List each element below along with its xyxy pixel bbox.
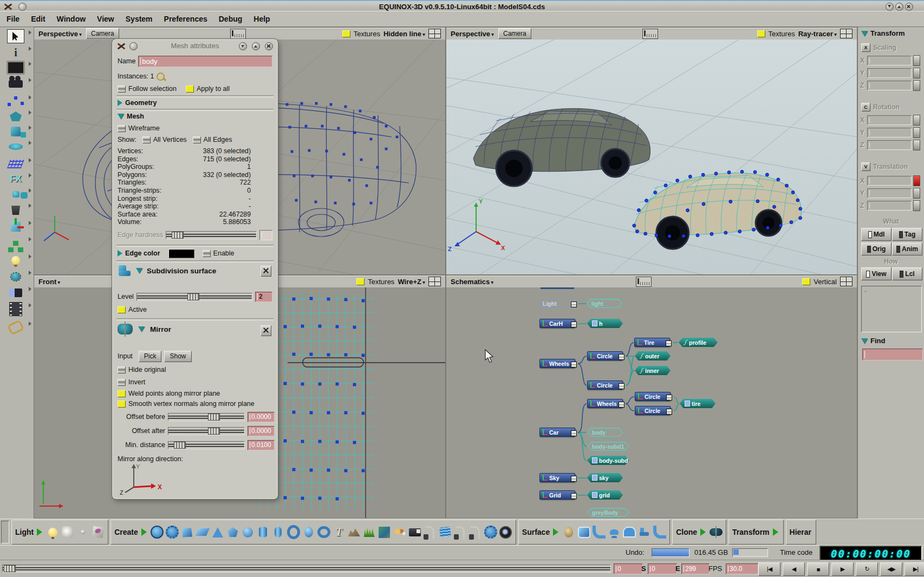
- node-body[interactable]: body: [587, 428, 623, 437]
- menu-edit[interactable]: Edit: [31, 15, 45, 23]
- monitor-tool-icon[interactable]: [4, 61, 28, 75]
- skip-start-button[interactable]: |◀: [758, 562, 780, 576]
- edge-hardness-slider[interactable]: [166, 231, 257, 239]
- expand-arrow-icon[interactable]: [37, 528, 42, 536]
- create-patch-icon[interactable]: [439, 526, 452, 539]
- invert-checkbox[interactable]: [118, 379, 126, 386]
- fps-input[interactable]: 30.0: [726, 563, 758, 574]
- node-outer[interactable]: ∫outer: [635, 351, 671, 360]
- scaling-key[interactable]: X: [861, 43, 870, 52]
- create-gearwheel-icon[interactable]: [484, 526, 497, 539]
- translate-y-input[interactable]: [867, 188, 912, 198]
- scale-z-stepper[interactable]: [913, 80, 920, 91]
- node-port[interactable]: [571, 476, 577, 482]
- rotation-key[interactable]: C: [861, 103, 870, 112]
- offset-before-slider[interactable]: [168, 413, 245, 421]
- toolbar-handle[interactable]: [1, 521, 9, 543]
- dialog-shade-icon[interactable]: [239, 42, 247, 50]
- node-tire-group[interactable]: Tire: [634, 338, 670, 347]
- create-gear-icon[interactable]: [166, 526, 179, 539]
- area-light-icon[interactable]: [92, 526, 105, 539]
- node-greybody[interactable]: greyBody: [587, 508, 629, 517]
- node-wheels-2[interactable]: Wheels: [587, 399, 623, 408]
- select-sphere-tool-icon[interactable]: [4, 270, 28, 284]
- point-light-icon[interactable]: [76, 526, 89, 539]
- timeline-thumb[interactable]: [4, 565, 16, 572]
- edge-hardness-input[interactable]: [259, 230, 272, 240]
- create-cylinder-icon[interactable]: [257, 526, 270, 539]
- how-lcl-button[interactable]: Lcl: [892, 267, 922, 280]
- node-circle-4[interactable]: Circle: [635, 406, 671, 415]
- level-slider[interactable]: [136, 293, 252, 301]
- ruler-icon[interactable]: [636, 277, 652, 287]
- selection-listbox[interactable]: -: [861, 286, 922, 332]
- node-tire[interactable]: tire: [680, 399, 715, 408]
- select-tool[interactable]: [4, 29, 28, 43]
- spline-tool-icon[interactable]: [4, 94, 28, 108]
- create-plane-icon[interactable]: [196, 526, 209, 539]
- node-port[interactable]: [571, 493, 577, 499]
- node-port[interactable]: [619, 383, 624, 389]
- node-grid-group[interactable]: Grid: [539, 490, 575, 500]
- create-text-icon[interactable]: T: [333, 526, 346, 539]
- render-tool-icon[interactable]: [4, 286, 28, 300]
- create-cube-icon[interactable]: [181, 526, 194, 539]
- min-distance-slider[interactable]: [168, 441, 245, 449]
- search-icon[interactable]: [157, 73, 165, 81]
- minimize-icon[interactable]: [886, 3, 894, 11]
- node-car[interactable]: Car: [539, 428, 575, 437]
- node-light[interactable]: light: [587, 299, 622, 308]
- node-h[interactable]: h: [587, 319, 623, 328]
- expand-arrow-icon[interactable]: [141, 528, 147, 536]
- scale-y-input[interactable]: [867, 68, 912, 78]
- menu-preferences[interactable]: Preferences: [164, 15, 207, 23]
- ik-tool-icon[interactable]: [4, 320, 28, 335]
- menu-file[interactable]: File: [6, 15, 19, 23]
- loop-button[interactable]: ↻: [856, 562, 878, 576]
- node-port[interactable]: [666, 340, 672, 346]
- create-planets-icon[interactable]: [393, 526, 406, 539]
- translate-x-input[interactable]: [867, 176, 912, 186]
- node-circle-2[interactable]: Circle: [587, 381, 623, 390]
- node-profile[interactable]: ∫profile: [679, 338, 718, 347]
- translate-z-input[interactable]: [867, 201, 912, 211]
- scale-x-stepper[interactable]: [913, 55, 920, 66]
- expand-arrow-icon[interactable]: [553, 528, 558, 536]
- dialog-roll-icon[interactable]: [252, 42, 260, 50]
- layout-grid-icon[interactable]: [428, 29, 441, 38]
- viewport2-canvas[interactable]: Y X Z: [446, 40, 857, 274]
- stop-button[interactable]: ■: [807, 562, 829, 576]
- surface-goblet-icon[interactable]: [608, 526, 621, 539]
- skip-end-button[interactable]: ▶|: [905, 562, 924, 576]
- delete-tool-icon[interactable]: [4, 202, 28, 217]
- current-frame-input[interactable]: 0: [648, 563, 677, 574]
- what-mdl-button[interactable]: Mdl: [861, 228, 892, 241]
- slider-thumb[interactable]: [174, 442, 186, 449]
- viewport2-textures-checkbox[interactable]: [757, 30, 765, 37]
- create-lens-icon[interactable]: [499, 526, 512, 539]
- rotate-z-input[interactable]: [867, 140, 912, 150]
- surface-pipe-icon[interactable]: [653, 526, 666, 539]
- node-port[interactable]: [571, 362, 577, 368]
- mirror-show-button[interactable]: Show: [164, 351, 191, 362]
- menu-help[interactable]: Help: [253, 15, 270, 23]
- spot-light-icon[interactable]: [61, 526, 74, 539]
- rotate-x-input[interactable]: [867, 115, 912, 125]
- surface-head-icon[interactable]: [562, 526, 575, 539]
- extrude-tool-icon[interactable]: [4, 124, 28, 139]
- mirror-collapse-icon[interactable]: [138, 326, 145, 332]
- viewport3-shading-menu[interactable]: Wire+Z: [398, 278, 425, 286]
- node-port[interactable]: [666, 409, 672, 415]
- node-port[interactable]: [666, 395, 672, 401]
- edge-color-expand-icon[interactable]: [118, 250, 122, 257]
- play-button[interactable]: ▶: [831, 562, 854, 576]
- translate-z-stepper[interactable]: [913, 200, 920, 211]
- node-port[interactable]: [571, 322, 577, 327]
- viewport2-shading-menu[interactable]: Ray-tracer: [798, 30, 837, 38]
- min-distance-input[interactable]: 0.0100: [248, 440, 275, 450]
- clone-mirror-icon[interactable]: [710, 526, 723, 539]
- menu-debug[interactable]: Debug: [219, 15, 243, 23]
- menu-window[interactable]: Window: [57, 15, 86, 23]
- create-cone-icon[interactable]: [211, 526, 224, 539]
- what-orig-button[interactable]: Orig: [861, 242, 892, 255]
